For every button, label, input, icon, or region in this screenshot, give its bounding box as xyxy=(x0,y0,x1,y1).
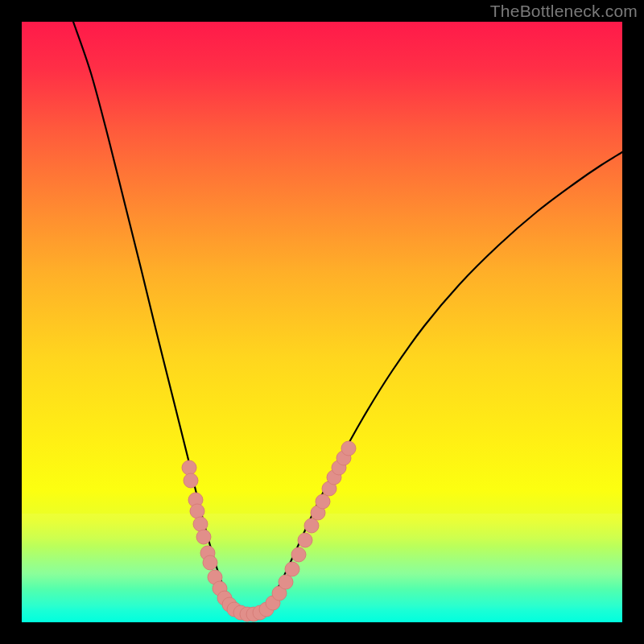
chart-marker xyxy=(285,562,299,576)
chart-svg xyxy=(22,22,622,622)
chart-marker xyxy=(196,530,211,544)
chart-marker xyxy=(190,504,204,518)
chart-frame: TheBottleneck.com xyxy=(0,0,644,644)
chart-marker xyxy=(184,473,198,488)
chart-plot-area xyxy=(22,22,622,622)
chart-marker xyxy=(182,460,196,475)
chart-marker xyxy=(291,547,306,562)
chart-marker xyxy=(279,575,293,589)
chart-marker xyxy=(298,533,312,547)
chart-markers xyxy=(182,441,356,621)
chart-marker xyxy=(203,555,217,570)
attribution-text: TheBottleneck.com xyxy=(490,2,638,21)
chart-marker xyxy=(316,494,330,509)
chart-marker xyxy=(341,441,356,456)
bottleneck-curve xyxy=(73,22,622,613)
chart-marker xyxy=(193,517,208,531)
chart-marker xyxy=(304,518,319,533)
